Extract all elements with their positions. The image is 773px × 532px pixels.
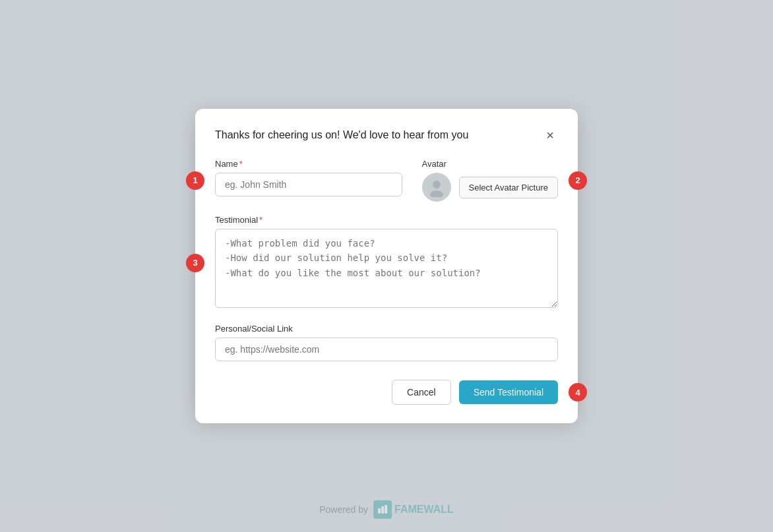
social-link-label: Personal/Social Link (215, 324, 558, 334)
social-link-input[interactable] (215, 338, 558, 361)
testimonial-modal: Thanks for cheering us on! We'd love to … (195, 109, 578, 423)
modal-title: Thanks for cheering us on! We'd love to … (215, 129, 468, 141)
name-field-group: Name* (215, 159, 402, 196)
name-required: * (239, 159, 243, 169)
svg-point-3 (433, 181, 441, 189)
step-badge-4: 4 (569, 383, 587, 401)
send-testimonial-button[interactable]: Send Testimonial (459, 380, 558, 404)
cancel-button[interactable]: Cancel (392, 380, 451, 405)
testimonial-field-group: 3 Testimonial* (215, 215, 558, 310)
avatar-preview (422, 173, 451, 202)
select-avatar-button[interactable]: Select Avatar Picture (459, 177, 558, 198)
modal-footer: Cancel Send Testimonial 4 (215, 377, 558, 405)
testimonial-label: Testimonial* (215, 215, 558, 225)
avatar-label: Avatar (422, 159, 558, 169)
svg-point-4 (430, 191, 443, 197)
testimonial-input[interactable] (215, 229, 558, 308)
avatar-section: Select Avatar Picture (422, 173, 558, 202)
name-input[interactable] (215, 173, 402, 196)
step-badge-3: 3 (186, 254, 204, 272)
testimonial-required: * (259, 215, 263, 225)
step-badge-1: 1 (186, 171, 204, 190)
modal-header: Thanks for cheering us on! We'd love to … (215, 127, 558, 143)
modal-overlay: Thanks for cheering us on! We'd love to … (0, 0, 773, 532)
send-button-wrapper: Send Testimonial 4 (459, 380, 558, 405)
avatar-field-group: 2 Avatar Select Avatar Picture (422, 159, 558, 202)
social-link-field-group: Personal/Social Link (215, 324, 558, 361)
name-avatar-row: 1 Name* 2 Avatar (215, 159, 558, 202)
close-button[interactable]: × (542, 127, 558, 143)
step-badge-2: 2 (569, 171, 587, 190)
name-label: Name* (215, 159, 402, 169)
